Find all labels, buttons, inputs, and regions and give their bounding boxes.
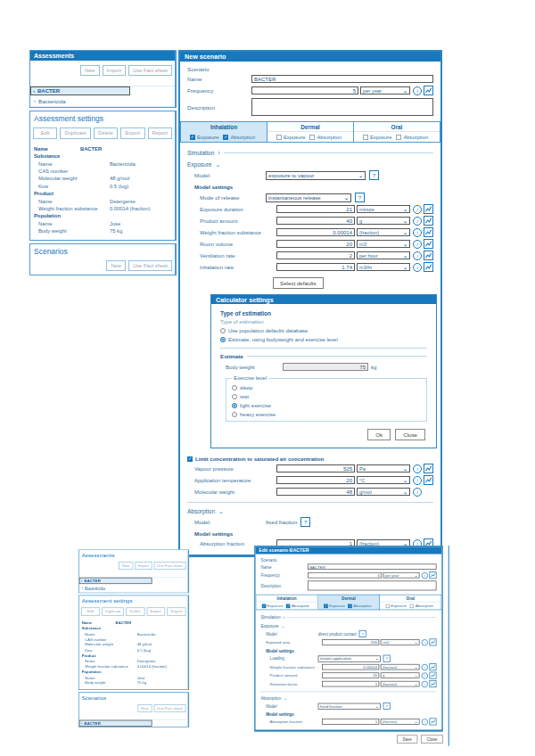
param-unit-select[interactable]: minute⌄ — [357, 205, 410, 213]
help-icon[interactable]: ? — [383, 655, 391, 662]
close-button[interactable]: Close — [421, 735, 443, 743]
param-unit-select[interactable]: g⌄ — [381, 672, 420, 678]
exposure-checkbox[interactable] — [276, 135, 282, 140]
body-weight-input[interactable]: 75 — [283, 363, 368, 371]
param-unit-select[interactable]: g⌄ — [357, 217, 410, 225]
info-icon[interactable]: i — [422, 639, 428, 645]
edit-button[interactable]: Edit — [81, 608, 100, 616]
info-icon[interactable]: i — [413, 464, 422, 473]
info-icon[interactable]: i — [413, 476, 422, 485]
frequency-unit-select[interactable]: per year⌄ — [360, 86, 410, 94]
new-scenario-button[interactable]: New — [106, 260, 126, 271]
export-button[interactable]: Export — [146, 608, 165, 616]
distribution-icon[interactable] — [424, 227, 433, 237]
frequency-input[interactable]: 5 — [308, 572, 382, 579]
scenario-use-fact-sheet-button[interactable]: Use Fact sheet — [154, 704, 186, 712]
distribution-icon[interactable] — [424, 204, 433, 214]
limit-concentration-checkbox[interactable] — [187, 456, 193, 462]
distribution-icon[interactable] — [429, 718, 436, 725]
info-icon[interactable]: i — [413, 86, 422, 95]
tab-dermal[interactable]: Dermal Exposure Absorption — [268, 121, 354, 143]
absorption-checkbox[interactable] — [410, 604, 414, 607]
absorption-checkbox[interactable] — [223, 135, 228, 140]
param-value-input[interactable]: 2 — [276, 251, 355, 259]
param-value-input[interactable]: 525 — [276, 464, 355, 472]
param-value-input[interactable]: 20 — [276, 240, 355, 248]
tab-oral[interactable]: Oral Exposure Absorption — [380, 595, 441, 611]
distribution-icon[interactable] — [424, 216, 433, 226]
distribution-icon[interactable] — [429, 680, 436, 687]
exercise-level-option[interactable]: rest — [232, 394, 421, 399]
scenario-name-input[interactable]: BACTER — [308, 563, 437, 570]
simulation-section[interactable]: Simulation › — [260, 615, 436, 620]
tab-dermal[interactable]: Dermal Exposure Absorption — [318, 595, 380, 611]
exposure-checkbox[interactable] — [385, 604, 389, 607]
param-value-input[interactable]: 1 — [322, 681, 379, 687]
info-icon[interactable]: i — [413, 263, 422, 272]
absorption-checkbox[interactable] — [396, 135, 401, 140]
info-icon[interactable]: i — [422, 572, 428, 579]
param-value-input[interactable]: 0.00014 — [276, 228, 355, 236]
exercise-level-option[interactable]: sleep — [232, 385, 421, 390]
param-value-input[interactable]: 20 — [276, 476, 355, 484]
estimation-type-option[interactable]: Use population defaults database — [220, 328, 427, 333]
help-icon[interactable]: ? — [383, 703, 391, 710]
tab-inhalation[interactable]: Inhalation Exposure Absorption — [180, 121, 268, 143]
save-button[interactable]: Save — [397, 735, 417, 743]
absorption-section[interactable]: Absorption ⌄ — [187, 508, 433, 514]
description-textarea[interactable] — [251, 98, 433, 116]
absorption-model-value[interactable]: fixed fraction — [266, 519, 297, 525]
import-button[interactable]: Import — [103, 65, 126, 76]
absorption-checkbox[interactable] — [349, 604, 352, 607]
param-unit-select[interactable]: (fraction)⌄ — [381, 664, 420, 670]
param-unit-select[interactable]: Pa⌄ — [357, 464, 410, 472]
param-unit-select[interactable]: g/mol⌄ — [357, 488, 410, 496]
edit-button[interactable]: Edit — [33, 127, 57, 138]
param-unit-select[interactable]: °C⌄ — [357, 476, 410, 484]
exposure-section[interactable]: Exposure ⌄ — [260, 624, 436, 629]
distribution-icon[interactable] — [424, 262, 433, 272]
simulation-section[interactable]: Simulation › — [187, 150, 433, 156]
param-unit-select[interactable]: per hour⌄ — [357, 251, 410, 259]
info-icon[interactable]: i — [413, 217, 422, 226]
info-icon[interactable]: i — [422, 719, 428, 725]
distribution-icon[interactable] — [429, 638, 436, 645]
info-icon[interactable]: i — [413, 228, 422, 237]
frequency-input[interactable]: 5 — [251, 86, 358, 94]
param-unit-select[interactable]: (fraction)⌄ — [381, 719, 420, 725]
param-value-input[interactable]: 20 — [322, 672, 379, 678]
distribution-icon[interactable] — [424, 251, 433, 260]
param-unit-select[interactable]: m3/hr⌄ — [357, 263, 410, 271]
distribution-icon[interactable] — [429, 672, 436, 679]
export-button[interactable]: Export — [120, 127, 144, 138]
exposure-checkbox[interactable] — [324, 604, 327, 607]
absorption-model-select[interactable]: fixed fraction⌄ — [318, 703, 381, 709]
exposed-area-input[interactable]: 200 — [322, 639, 379, 645]
use-fact-sheet-button[interactable]: Use Fact sheet — [128, 65, 172, 76]
tab-inhalation[interactable]: Inhalation Exposure Absorption — [256, 595, 318, 611]
delete-button[interactable]: Delete — [94, 127, 118, 138]
delete-button[interactable]: Delete — [126, 608, 144, 616]
param-value-input[interactable]: 0.00014 — [322, 664, 379, 670]
import-button[interactable]: Import — [135, 562, 152, 570]
param-unit-select[interactable]: m3⌄ — [357, 240, 410, 248]
exposure-model-value[interactable]: direct product contact — [318, 631, 357, 636]
new-scenario-button[interactable]: New — [138, 704, 152, 712]
info-icon[interactable]: i — [422, 680, 428, 686]
scenario-list-item[interactable]: › BACTER — [79, 720, 152, 727]
duplicate-button[interactable]: Duplicate — [60, 127, 90, 138]
report-button[interactable]: Report — [167, 608, 185, 616]
info-icon[interactable]: i — [422, 672, 428, 678]
distribution-icon[interactable] — [429, 663, 436, 670]
calculator-close-button[interactable]: Close — [395, 429, 425, 440]
help-icon[interactable]: ? — [300, 517, 310, 527]
param-unit-select[interactable]: (fraction)⌄ — [381, 681, 420, 687]
help-icon[interactable]: ? — [369, 170, 379, 180]
distribution-icon[interactable] — [424, 475, 433, 485]
new-assessment-button[interactable]: New — [119, 562, 133, 570]
absorption-section[interactable]: Absorption ⌄ — [260, 696, 436, 701]
param-value-input[interactable]: 1 — [322, 719, 379, 725]
frequency-unit-select[interactable]: per year⌄ — [383, 572, 420, 579]
info-icon[interactable]: i — [413, 251, 422, 260]
mode-of-release-select[interactable]: instantaneous release⌄ — [266, 193, 351, 202]
